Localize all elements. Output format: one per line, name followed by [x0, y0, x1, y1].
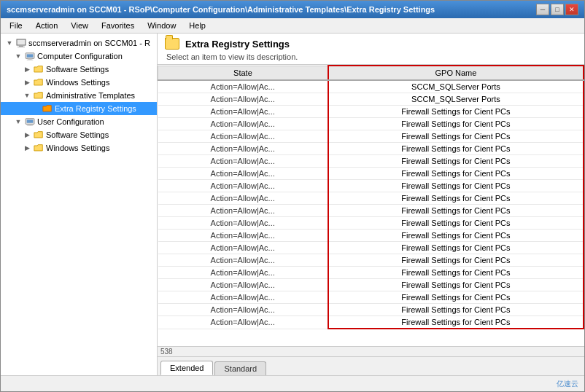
- content-description: Select an item to view its description.: [165, 52, 577, 61]
- menu-window[interactable]: Window: [142, 20, 182, 31]
- cell-gpo-name: Firewall Settings for Cient PCs: [328, 279, 584, 291]
- menu-view[interactable]: View: [65, 20, 94, 31]
- table-row[interactable]: Action=Allow|Ac...Firewall Settings for …: [158, 242, 584, 254]
- cell-gpo-name: SCCM_SQLServer Ports: [328, 93, 584, 106]
- table-row[interactable]: Action=Allow|Ac...Firewall Settings for …: [158, 192, 584, 205]
- cell-gpo-name: Firewall Settings for Cient PCs: [328, 242, 584, 254]
- cell-gpo-name: Firewall Settings for Cient PCs: [328, 205, 584, 217]
- watermark: 亿速云: [557, 379, 578, 389]
- table-row[interactable]: Action=Allow|Ac...Firewall Settings for …: [158, 130, 584, 143]
- tab-standard[interactable]: Standard: [214, 361, 266, 375]
- cell-state: Action=Allow|Ac...: [158, 192, 328, 205]
- cell-gpo-name: Firewall Settings for Cient PCs: [328, 168, 584, 180]
- svg-rect-8: [27, 119, 34, 122]
- content-folder-icon: [165, 38, 179, 50]
- tab-extended[interactable]: Extended: [160, 361, 213, 375]
- expander-ss-cc: ▶: [21, 63, 33, 75]
- table-row[interactable]: Action=Allow|Ac...Firewall Settings for …: [158, 168, 584, 180]
- table-row[interactable]: Action=Allow|Ac...Firewall Settings for …: [158, 316, 584, 329]
- cell-gpo-name: Firewall Settings for Cient PCs: [328, 291, 584, 304]
- menu-help[interactable]: Help: [183, 20, 212, 31]
- tree-software-settings-uc[interactable]: ▶ Software Settings: [1, 128, 157, 141]
- cell-gpo-name: Firewall Settings for Cient PCs: [328, 180, 584, 192]
- cell-state: Action=Allow|Ac...: [158, 205, 328, 217]
- expander-root: ▼: [4, 37, 15, 49]
- tree-user-config[interactable]: ▼ User Configuration: [1, 115, 157, 128]
- status-bar: 亿速云: [1, 375, 584, 391]
- maximize-button[interactable]: □: [551, 4, 564, 15]
- svg-rect-1: [19, 45, 23, 47]
- cell-gpo-name: Firewall Settings for Cient PCs: [328, 230, 584, 242]
- cell-gpo-name: Firewall Settings for Cient PCs: [328, 130, 584, 143]
- cell-gpo-name: Firewall Settings for Cient PCs: [328, 267, 584, 279]
- cell-state: Action=Allow|Ac...: [158, 168, 328, 180]
- col-header-state[interactable]: State: [158, 66, 328, 80]
- table-row[interactable]: Action=Allow|Ac...Firewall Settings for …: [158, 217, 584, 230]
- cell-gpo-name: Firewall Settings for Cient PCs: [328, 143, 584, 155]
- main-window: sccmserveradmin on SCCM01 - RSoP\Compute…: [0, 0, 585, 392]
- cell-gpo-name: Firewall Settings for Cient PCs: [328, 316, 584, 329]
- table-row[interactable]: Action=Allow|Ac...Firewall Settings for …: [158, 267, 584, 279]
- computer-config-label: Computer Configuration: [37, 52, 123, 60]
- tree-admin-templates[interactable]: ▼ Administrative Templates: [1, 89, 157, 102]
- cell-gpo-name: Firewall Settings for Cient PCs: [328, 118, 584, 130]
- expander-ws-cc: ▶: [21, 77, 33, 88]
- svg-rect-9: [28, 124, 31, 125]
- table-row[interactable]: Action=Allow|Ac...Firewall Settings for …: [158, 205, 584, 217]
- cell-state: Action=Allow|Ac...: [158, 155, 328, 168]
- content-title-row: Extra Registry Settings: [165, 38, 577, 50]
- tree-root-label: sccmserveradmin on SCCM01 - R: [28, 39, 150, 47]
- close-button[interactable]: ✕: [565, 4, 578, 15]
- expander-at: ▼: [21, 90, 33, 101]
- table-header: State GPO Name: [158, 66, 584, 80]
- svg-rect-5: [28, 58, 31, 59]
- cell-gpo-name: Firewall Settings for Cient PCs: [328, 155, 584, 168]
- col-header-gpo-name[interactable]: GPO Name: [328, 66, 584, 80]
- cell-state: Action=Allow|Ac...: [158, 130, 328, 143]
- title-bar: sccmserveradmin on SCCM01 - RSoP\Compute…: [1, 1, 584, 18]
- table-row[interactable]: Action=Allow|Ac...Firewall Settings for …: [158, 254, 584, 267]
- table-row[interactable]: Action=Allow|Ac...Firewall Settings for …: [158, 155, 584, 168]
- table-row[interactable]: Action=Allow|Ac...Firewall Settings for …: [158, 180, 584, 192]
- table-row[interactable]: Action=Allow|Ac...Firewall Settings for …: [158, 118, 584, 130]
- table-row[interactable]: Action=Allow|Ac...Firewall Settings for …: [158, 106, 584, 118]
- table-row[interactable]: Action=Allow|Ac...Firewall Settings for …: [158, 291, 584, 304]
- monitor-icon: [15, 37, 27, 49]
- tree-root[interactable]: ▼ sccmserveradmin on SCCM01 - R: [1, 36, 157, 50]
- svg-rect-4: [27, 54, 34, 57]
- extra-registry-label: Extra Registry Settings: [55, 104, 136, 113]
- table-row[interactable]: Action=Allow|Ac...Firewall Settings for …: [158, 279, 584, 291]
- computer-config-icon: [24, 50, 36, 62]
- cell-state: Action=Allow|Ac...: [158, 180, 328, 192]
- cell-gpo-name: Firewall Settings for Cient PCs: [328, 192, 584, 205]
- table-row[interactable]: Action=Allow|Ac...Firewall Settings for …: [158, 230, 584, 242]
- table-scroll-area[interactable]: State GPO Name Action=Allow|Ac...SCCM_SQ…: [158, 65, 584, 346]
- minimize-button[interactable]: ─: [536, 4, 549, 15]
- tree-panel[interactable]: ▼ sccmserveradmin on SCCM01 - R ▼: [1, 34, 158, 375]
- tree-windows-settings-cc[interactable]: ▶ Windows Settings: [1, 76, 157, 89]
- title-bar-text: sccmserveradmin on SCCM01 - RSoP\Compute…: [7, 5, 435, 14]
- expander-er: [30, 103, 42, 114]
- tree-extra-registry[interactable]: Extra Registry Settings: [1, 102, 157, 115]
- tree-computer-config[interactable]: ▼ Computer Configuration: [1, 50, 157, 63]
- cell-state: Action=Allow|Ac...: [158, 230, 328, 242]
- menu-file[interactable]: File: [4, 20, 28, 31]
- cell-gpo-name: Firewall Settings for Cient PCs: [328, 304, 584, 316]
- menu-favorites[interactable]: Favorites: [96, 20, 140, 31]
- cell-state: Action=Allow|Ac...: [158, 304, 328, 316]
- tree-windows-settings-uc[interactable]: ▶ Windows Settings: [1, 141, 157, 154]
- cell-state: Action=Allow|Ac...: [158, 80, 328, 93]
- expander-cc: ▼: [12, 50, 24, 62]
- expander-ws-uc: ▶: [21, 142, 33, 154]
- table-row[interactable]: Action=Allow|Ac...SCCM_SQLServer Ports: [158, 93, 584, 106]
- cell-state: Action=Allow|Ac...: [158, 143, 328, 155]
- table-row[interactable]: Action=Allow|Ac...Firewall Settings for …: [158, 304, 584, 316]
- title-bar-controls: ─ □ ✕: [536, 4, 578, 15]
- menu-action[interactable]: Action: [30, 20, 64, 31]
- table-row[interactable]: Action=Allow|Ac...Firewall Settings for …: [158, 143, 584, 155]
- cell-state: Action=Allow|Ac...: [158, 291, 328, 304]
- cell-gpo-name: Firewall Settings for Cient PCs: [328, 217, 584, 230]
- tree-software-settings-cc[interactable]: ▶ Software Settings: [1, 63, 157, 76]
- table-row[interactable]: Action=Allow|Ac...SCCM_SQLServer Ports: [158, 80, 584, 93]
- cell-state: Action=Allow|Ac...: [158, 316, 328, 329]
